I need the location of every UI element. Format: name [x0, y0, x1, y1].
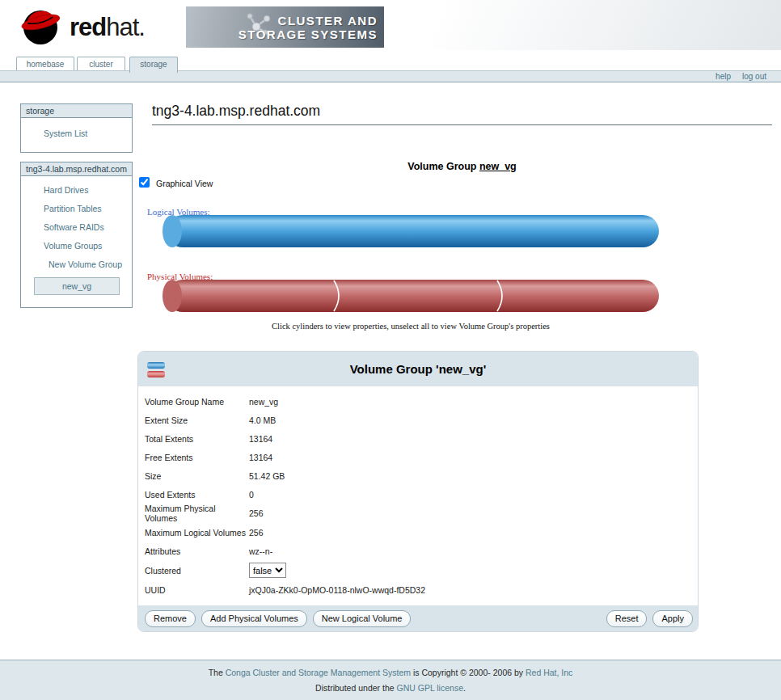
sidebar-system-box: tng3-4.lab.msp.redhat.com Hard Drives Pa… [20, 162, 133, 308]
logical-volume-cylinder[interactable] [162, 214, 660, 248]
help-link[interactable]: help [716, 71, 731, 82]
property-row-clustered: Clustered false [138, 560, 698, 580]
app-header: redhat. CLUSTER AND STORAGE SYSTEMS [0, 0, 781, 50]
property-row: Maximum Logical Volumes256 [138, 523, 698, 542]
redhat-fedora-icon [18, 3, 63, 48]
sidebar-item-hard-drives[interactable]: Hard Drives [21, 181, 132, 200]
sidebar-item-software-raids[interactable]: Software RAIDs [21, 218, 132, 237]
property-label: Total Extents [145, 434, 249, 444]
redhat-logo: redhat. [18, 3, 188, 48]
property-label: Used Extents [145, 490, 249, 500]
license-post: . [463, 683, 466, 693]
volume-group-panel: Volume Group 'new_vg' Volume Group Namen… [137, 351, 699, 632]
vg-heading-name: new_vg [479, 161, 517, 172]
sidebar-storage-box: storage System List [20, 103, 133, 153]
property-value: 256 [249, 508, 698, 518]
property-row: Size51.42 GB [138, 466, 698, 485]
sidebar-system-list: Hard Drives Partition Tables Software RA… [21, 176, 132, 295]
button-group-right: Reset Apply [606, 610, 693, 627]
property-label: Free Extents [145, 453, 249, 462]
help-bar: help log out [0, 70, 781, 82]
property-value: 0 [249, 490, 698, 500]
property-row: Extent Size4.0 MB [138, 411, 698, 429]
property-value: wz--n- [249, 546, 698, 556]
cylinder-caption: Click cylinders to view properties, unse… [162, 322, 660, 331]
property-row: Free Extents13164 [138, 448, 698, 466]
redhat-link[interactable]: Red Hat, Inc [526, 668, 572, 677]
volume-groups-link[interactable]: Volume Groups [44, 237, 132, 255]
cluster-storage-banner: CLUSTER AND STORAGE SYSTEMS [186, 6, 384, 48]
new-vg-link[interactable]: new_vg [35, 278, 119, 294]
property-row: Maximum Physical Volumes256 [138, 504, 698, 523]
sidebar-item-new-volume-group[interactable]: New Volume Group [21, 255, 132, 274]
brand-dot: . [138, 13, 145, 41]
volume-group-icon [146, 360, 167, 379]
banner-title: CLUSTER AND STORAGE SYSTEMS [239, 14, 378, 41]
remove-button[interactable]: Remove [145, 610, 196, 627]
property-label: Extent Size [145, 415, 249, 425]
property-value: 256 [249, 528, 698, 538]
page-title: tng3-4.lab.msp.redhat.com [152, 103, 772, 125]
tab-homebase[interactable]: homebase [16, 57, 74, 71]
banner-line2: STORAGE SYSTEMS [239, 27, 378, 41]
property-label: Size [145, 471, 249, 481]
new-logical-volume-button[interactable]: New Logical Volume [313, 610, 412, 627]
copyright-line: The Conga Cluster and Storage Management… [0, 668, 781, 677]
software-raids-link[interactable]: Software RAIDs [44, 218, 132, 237]
tab-cluster[interactable]: cluster [77, 57, 125, 71]
physical-volume-cylinder[interactable] [162, 279, 660, 313]
partition-tables-link[interactable]: Partition Tables [44, 200, 132, 218]
banner-line1: CLUSTER AND [239, 14, 378, 27]
copyright-pre: The [209, 668, 226, 677]
vg-heading-prefix: Volume Group [407, 161, 479, 172]
conga-link[interactable]: Conga Cluster and Storage Management Sys… [226, 668, 411, 677]
button-group-left: Remove Add Physical Volumes New Logical … [145, 610, 411, 627]
new-volume-group-link[interactable]: New Volume Group [49, 255, 132, 274]
property-label: Maximum Physical Volumes [145, 504, 249, 523]
reset-button[interactable]: Reset [606, 610, 648, 627]
sidebar-item-system-list[interactable]: System List [44, 129, 132, 138]
property-row: Total Extents13164 [138, 429, 698, 448]
license-line: Distributed under the GNU GPL license. [0, 683, 781, 693]
property-row-uuid: UUIDjxQJ0a-ZKk0-OpMO-0118-nlwO-wwqd-fD5D… [138, 580, 698, 599]
vg-heading: Volume Group new_vg [152, 161, 772, 172]
panel-title: Volume Group 'new_vg' [138, 352, 698, 386]
property-value: 13164 [249, 453, 698, 462]
logout-link[interactable]: log out [742, 71, 766, 82]
property-label: Attributes [145, 546, 249, 556]
clustered-select[interactable]: false [249, 563, 286, 578]
property-row: Attributeswz--n- [138, 542, 698, 560]
property-label: UUID [145, 585, 249, 595]
apply-button[interactable]: Apply [652, 610, 693, 627]
property-value: 4.0 MB [249, 415, 698, 425]
redhat-wordmark: redhat. [70, 13, 145, 42]
add-physical-volumes-button[interactable]: Add Physical Volumes [201, 610, 307, 627]
sidebar-item-partition-tables[interactable]: Partition Tables [21, 200, 132, 218]
property-value: jxQJ0a-ZKk0-OpMO-0118-nlwO-wwqd-fD5D32 [249, 585, 698, 595]
property-label: Clustered [145, 566, 249, 576]
graphical-view-checkbox[interactable] [139, 177, 150, 188]
sidebar-storage-title: storage [21, 104, 132, 118]
panel-header: Volume Group 'new_vg' [138, 352, 698, 386]
property-label: Maximum Logical Volumes [145, 528, 249, 538]
property-label: Volume Group Name [145, 397, 249, 407]
copyright-mid: is Copyright © 2000- 2006 by [411, 668, 526, 677]
sidebar-item-new-vg-selected[interactable]: new_vg [34, 277, 120, 295]
property-row: Volume Group Namenew_vg [138, 392, 698, 411]
graphical-view-label[interactable]: Graphical View [156, 179, 213, 188]
property-value: 51.42 GB [249, 471, 698, 481]
panel-body: Volume Group Namenew_vg Extent Size4.0 M… [138, 386, 698, 602]
property-row: Used Extents0 [138, 485, 698, 504]
panel-footer: Remove Add Physical Volumes New Logical … [138, 605, 698, 631]
gnu-gpl-link[interactable]: GNU GPL license [397, 683, 463, 693]
hard-drives-link[interactable]: Hard Drives [44, 181, 132, 200]
property-value: 13164 [249, 434, 698, 444]
page-footer: The Conga Cluster and Storage Management… [0, 660, 781, 700]
sidebar-system-title: tng3-4.lab.msp.redhat.com [21, 162, 132, 176]
property-value: false [249, 563, 698, 578]
property-value: new_vg [249, 397, 698, 407]
tab-storage[interactable]: storage [129, 57, 178, 73]
brand-light: hat [106, 13, 138, 41]
license-pre: Distributed under the [315, 683, 396, 693]
sidebar-item-volume-groups[interactable]: Volume Groups [21, 237, 132, 255]
